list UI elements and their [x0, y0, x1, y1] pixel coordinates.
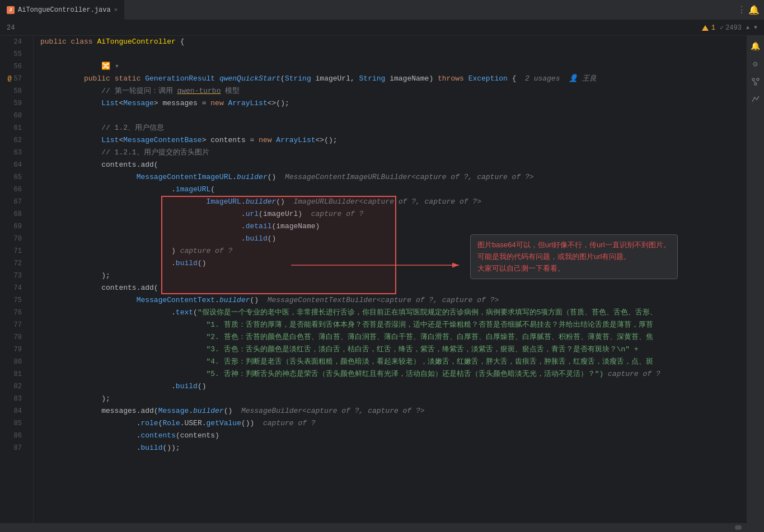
dot-build72: .	[171, 257, 176, 270]
code-line-85: .role(Role.USER.getValue()) capture of ?	[40, 417, 746, 430]
type-GenerationResult: GenerationResult	[145, 73, 215, 85]
dot-role: .	[137, 417, 141, 430]
gutter-line-83: 83	[0, 393, 26, 405]
param-imageUrl: imageUrl	[316, 73, 350, 85]
diamond2: <>();	[316, 134, 338, 147]
hint-68: capture of ?	[311, 208, 364, 220]
tab-filename: AiTongueController.java	[18, 6, 111, 14]
str-76: "假设你是一个专业的老中医，非常擅长进行舌诊，你目前正在填写医院规定的舌诊病例，…	[198, 307, 658, 319]
kw-static: static	[115, 73, 146, 85]
check-badge: ✓ 2493	[720, 23, 742, 32]
sidebar-settings-icon[interactable]: ⚙	[750, 58, 761, 69]
paren87: ());	[162, 442, 180, 454]
toolbar-right: 1 ✓ 2493 ▲ ▼	[702, 23, 757, 32]
gutter-line-55: 55	[0, 48, 26, 60]
param-imageName2: imageName	[276, 220, 315, 233]
check-count: 2493	[725, 24, 742, 32]
tab-close-button[interactable]: ×	[114, 7, 118, 13]
code-line-56: 🔀 ▾	[40, 60, 746, 73]
paren-open: (	[280, 73, 285, 85]
hint-65: MessageContentImageURLBuilder<capture of…	[285, 171, 534, 183]
right-sidebar: 🔔 ⚙	[746, 36, 764, 523]
sidebar-vcs-icon[interactable]	[750, 94, 761, 105]
class-name: AiTongueController	[97, 36, 175, 48]
horizontal-scrollbar-thumb[interactable]	[735, 525, 742, 530]
comment-61: // 1.2、用户信息	[101, 122, 164, 134]
tab-spacer	[125, 0, 733, 20]
kw-throws: throws	[438, 73, 468, 85]
paren68a: (	[259, 208, 263, 220]
fn-contents: contents	[140, 430, 175, 442]
gutter-line-85: 85	[0, 417, 26, 430]
sidebar-git-icon[interactable]	[750, 76, 761, 87]
gutter-line-77: 77	[0, 319, 26, 331]
fn-build87: build	[140, 442, 162, 454]
gen2: <	[119, 134, 123, 147]
code-line-87: .build());	[40, 442, 746, 454]
comment-line1: 图片base64可以，但url好像不行，传url一直识别不到图片。	[477, 239, 671, 251]
editor-area: 24 55 56 @57 58 59 60 61 62 63 64 65 66 …	[0, 36, 764, 523]
notifications-icon[interactable]: 🔔	[748, 4, 760, 16]
gutter-line-70: 70	[0, 233, 26, 245]
scroll-down-button[interactable]: ▼	[754, 25, 757, 31]
comment-58: // 第一轮提问：调用 qwen-turbo 模型	[101, 85, 240, 97]
str-78: "2. 苔色：舌苔的颜色是白色苔、薄白苔、薄白润苔、薄白干苔、薄白滑苔、白厚苔、…	[206, 331, 653, 343]
str-77: "1. 苔质：舌苔的厚薄，是否能看到舌体本身？否苔是否湿润，适中还是干燥粗糙？否…	[206, 319, 653, 331]
gutter-line-86: 86	[0, 430, 26, 442]
active-tab[interactable]: J AiTongueController.java ×	[0, 0, 125, 20]
keyword-class: class	[71, 36, 97, 48]
str-80: "4. 舌形：判断是老舌（舌头表面粗糙，颜色暗淡，看起来较老），淡嫩舌，红嫩舌，…	[206, 356, 653, 368]
warning-triangle-icon	[702, 25, 709, 31]
more-options-icon[interactable]: ⋮	[737, 4, 746, 16]
paren70: ()	[268, 233, 276, 245]
comment-63: // 1.2.1、用户提交的舌头图片	[101, 147, 209, 159]
semicolon83: );	[101, 393, 110, 405]
gutter-line-82: 82	[0, 380, 26, 393]
editor-toolbar: 24 1 ✓ 2493 ▲ ▼	[0, 20, 764, 36]
dot-build70: .	[241, 233, 246, 245]
gutter-line-87: 87	[0, 442, 26, 454]
kw-new2: new	[259, 134, 276, 147]
gutter-line-59: 59	[0, 97, 26, 110]
gutter-line-68: 68	[0, 208, 26, 220]
type-Message: Message	[123, 97, 154, 110]
fn-qwen: qwenQuickStart	[219, 73, 280, 85]
type-Message84: Message	[158, 405, 189, 417]
type-Role: Role	[162, 417, 180, 430]
svg-point-3	[757, 78, 759, 81]
gutter-line-67: 67	[0, 196, 26, 208]
annotation-comment-box: 图片base64可以，但url好像不行，传url一直识别不到图片。 可能是我的代…	[470, 234, 678, 279]
scroll-up-button[interactable]: ▲	[746, 25, 749, 31]
paren67: ()	[276, 196, 285, 208]
type-String2: String	[359, 73, 386, 85]
gutter-line-66: 66	[0, 183, 26, 196]
eq: =	[202, 97, 211, 110]
dot85b: .	[180, 417, 185, 430]
gutter-line-78: 78	[0, 331, 26, 343]
kw-new1: new	[210, 97, 228, 110]
svg-line-5	[753, 81, 756, 83]
tab-bar: J AiTongueController.java × ⋮ 🔔	[0, 0, 764, 20]
sidebar-notifications-icon[interactable]: 🔔	[750, 40, 761, 51]
at-marker-icon: @	[7, 73, 11, 85]
code-editor[interactable]: public class AiTongueController { 🔀 ▾ pu…	[34, 36, 746, 523]
code-line-24: public class AiTongueController {	[40, 36, 746, 48]
type-List1: List	[101, 97, 119, 110]
comment-line3: 大家可以自己测一下看看。	[477, 263, 671, 275]
paren82: ()	[198, 380, 207, 393]
paren69c: )	[316, 220, 320, 233]
comment-line2: 可能是我的代码有问题，或我的图片url有问题。	[477, 251, 671, 263]
usages-hint: 2 usages 👤 王良	[525, 73, 597, 85]
gutter-line-74: 74	[0, 282, 26, 294]
paren85a: (	[158, 417, 163, 430]
fn-builder1: builder	[237, 171, 268, 183]
gutter-line-61: 61	[0, 122, 26, 134]
str-81: "5. 舌神：判断舌头的神态是荣舌（舌头颜色鲜红且有光泽，活动自如）还是枯舌（舌…	[206, 368, 608, 380]
dot67: .	[241, 196, 246, 208]
gutter-line-57: @57	[0, 73, 26, 85]
fn-builder75: builder	[219, 294, 250, 307]
gutter-line-76: 76	[0, 307, 26, 319]
fn-getValue: getValue	[207, 417, 241, 430]
comma: ,	[350, 73, 359, 85]
paren65: ()	[268, 171, 276, 183]
